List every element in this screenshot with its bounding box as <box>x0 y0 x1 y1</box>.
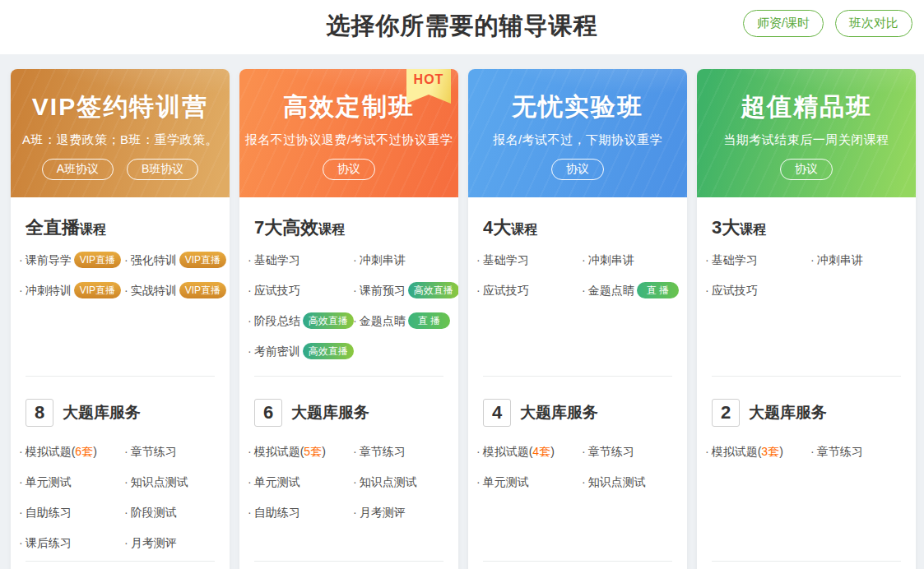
efficient-live-badge: 高效直播 <box>303 343 354 359</box>
bullet: · <box>248 284 252 297</box>
bullet: · <box>19 475 23 488</box>
qbank-item: ·章节练习 <box>353 437 453 467</box>
question-bank-section: 2 大题库服务 ·模拟试题(3套) ·章节练习 <box>697 377 916 561</box>
card-subtitle: A班：退费政策；B班：重学政策。 <box>11 132 230 148</box>
course-item: ·冲刺串讲 <box>582 245 682 275</box>
courses-title-big: 全直播 <box>26 217 80 238</box>
question-bank-section: 4 大题库服务 ·模拟试题(4套) ·章节练习 ·单元测试 ·知识点测试 <box>468 377 687 561</box>
agreement-buttons: 协议 <box>239 159 458 180</box>
qbank-count-box: 4 <box>483 399 511 427</box>
course-item: ·实战特训VIP直播 <box>124 275 226 306</box>
card-header-vip: VIP签约特训营 A班：退费政策；B班：重学政策。 A班协议 B班协议 <box>11 69 230 197</box>
bullet: · <box>19 253 23 266</box>
efficient-live-badge: 高效直播 <box>408 282 458 298</box>
courses-title-small: 课程 <box>511 222 537 236</box>
course-item: ·基础学习 <box>248 245 353 275</box>
bullet: · <box>582 284 586 297</box>
courses-title-small: 课程 <box>80 222 106 236</box>
qbank-list: ·模拟试题(6套) ·章节练习 ·单元测试 ·知识点测试 ·自助练习 ·阶段测试… <box>19 435 225 558</box>
courses-section: 7大高效课程 ·基础学习 ·冲刺串讲 ·应试技巧 ·课前预习高效直播 ·阶段总结… <box>239 197 458 376</box>
qbank-item: ·单元测试 <box>248 467 353 497</box>
bullet: · <box>705 445 709 458</box>
header-actions: 师资/课时 班次对比 <box>743 10 912 37</box>
course-item: ·金题点睛直 播 <box>582 275 682 306</box>
course-cards-row: VIP签约特训营 A班：退费政策；B班：重学政策。 A班协议 B班协议 全直播课… <box>0 54 924 569</box>
bullet: · <box>705 253 709 266</box>
bullet: · <box>810 253 815 266</box>
course-item: ·冲刺特训VIP直播 <box>19 275 124 306</box>
courses-title-big: 7大高效 <box>254 217 318 238</box>
question-bank-header: 2 大题库服务 <box>705 377 911 435</box>
agreement-button[interactable]: 协议 <box>323 159 375 180</box>
qbank-item: ·模拟试题(3套) <box>705 437 810 467</box>
bullet: · <box>124 506 128 519</box>
course-item: ·金题点睛直 播 <box>353 306 458 336</box>
qbank-item: ·单元测试 <box>19 467 124 497</box>
section-divider <box>254 561 443 562</box>
agreement-a-button[interactable]: A班协议 <box>42 159 114 180</box>
courses-title-small: 课程 <box>318 222 345 236</box>
agreement-b-button[interactable]: B班协议 <box>127 159 198 180</box>
agreement-button[interactable]: 协议 <box>780 159 833 180</box>
bullet: · <box>582 475 586 488</box>
card-header-wuyou: 无忧实验班 报名/考试不过，下期协议重学 协议 <box>468 69 687 197</box>
agreement-button[interactable]: 协议 <box>551 159 604 180</box>
bullet: · <box>353 253 357 266</box>
paper-count: 3套 <box>761 445 779 458</box>
card-title: 超值精品班 <box>697 69 916 124</box>
bullet: · <box>19 445 23 458</box>
qbank-title: 大题库服务 <box>63 402 141 423</box>
course-card-vip: VIP签约特训营 A班：退费政策；B班：重学政策。 A班协议 B班协议 全直播课… <box>11 69 230 569</box>
bullet: · <box>582 253 586 266</box>
card-subtitle: 当期考试结束后一周关闭课程 <box>697 132 916 148</box>
courses-section: 全直播课程 ·课前导学VIP直播 ·强化特训VIP直播 ·冲刺特训VIP直播 ·… <box>11 197 230 376</box>
bullet: · <box>248 506 252 519</box>
qbank-item: ·自助练习 <box>19 497 124 528</box>
card-subtitle: 报名不过协议退费/考试不过协议重学 <box>239 132 458 148</box>
qbank-count-box: 2 <box>712 399 740 427</box>
paper-count: 6套 <box>75 445 93 458</box>
courses-list: ·基础学习 ·冲刺串讲 ·应试技巧 ·课前预习高效直播 ·阶段总结高效直播 ·金… <box>248 243 453 367</box>
agreement-buttons: 协议 <box>697 159 916 180</box>
qbank-list: ·模拟试题(4套) ·章节练习 ·单元测试 ·知识点测试 <box>476 435 682 497</box>
section-divider <box>26 561 215 562</box>
courses-section-title: 4大课程 <box>476 197 682 243</box>
courses-title-small: 课程 <box>740 222 766 236</box>
bullet: · <box>248 445 252 458</box>
course-item: ·冲刺串讲 <box>810 245 911 275</box>
paper-count: 5套 <box>304 445 322 458</box>
class-compare-button[interactable]: 班次对比 <box>835 10 912 37</box>
qbank-item: ·自助练习 <box>248 497 353 528</box>
bullet: · <box>353 506 357 519</box>
page-header: 选择你所需要的辅导课程 师资/课时 班次对比 <box>0 0 924 54</box>
agreement-buttons: 协议 <box>468 159 687 180</box>
section-divider <box>483 561 672 562</box>
teachers-hours-button[interactable]: 师资/课时 <box>743 10 824 37</box>
bullet: · <box>705 284 709 297</box>
qbank-item: ·知识点测试 <box>582 467 682 497</box>
card-header-gaoxiao: HOT 高效定制班 报名不过协议退费/考试不过协议重学 协议 <box>239 69 458 197</box>
courses-title-big: 3大 <box>712 217 740 238</box>
course-card-gaoxiao: HOT 高效定制班 报名不过协议退费/考试不过协议重学 协议 7大高效课程 ·基… <box>239 69 458 569</box>
card-title: 无忧实验班 <box>468 69 687 124</box>
qbank-item: ·知识点测试 <box>124 467 225 497</box>
bullet: · <box>810 445 815 458</box>
live-badge: 直 播 <box>408 312 450 329</box>
course-item: ·冲刺串讲 <box>353 245 458 275</box>
efficient-live-badge: 高效直播 <box>303 312 354 329</box>
bullet: · <box>248 314 252 327</box>
agreement-buttons: A班协议 B班协议 <box>11 159 230 180</box>
bullet: · <box>124 445 128 458</box>
course-item: ·课前导学VIP直播 <box>19 245 124 275</box>
card-subtitle: 报名/考试不过，下期协议重学 <box>468 132 687 148</box>
qbank-count-box: 8 <box>26 399 53 427</box>
course-item: ·课前预习高效直播 <box>353 275 458 306</box>
vip-live-badge: VIP直播 <box>179 282 226 298</box>
courses-list: ·基础学习 ·冲刺串讲 ·应试技巧 ·金题点睛直 播 <box>476 243 682 306</box>
courses-section: 4大课程 ·基础学习 ·冲刺串讲 ·应试技巧 ·金题点睛直 播 <box>468 197 687 376</box>
bullet: · <box>353 445 357 458</box>
course-item: ·阶段总结高效直播 <box>248 306 353 336</box>
qbank-item: ·章节练习 <box>124 437 225 467</box>
qbank-item: ·章节练习 <box>810 437 911 467</box>
qbank-count-box: 6 <box>254 399 282 427</box>
